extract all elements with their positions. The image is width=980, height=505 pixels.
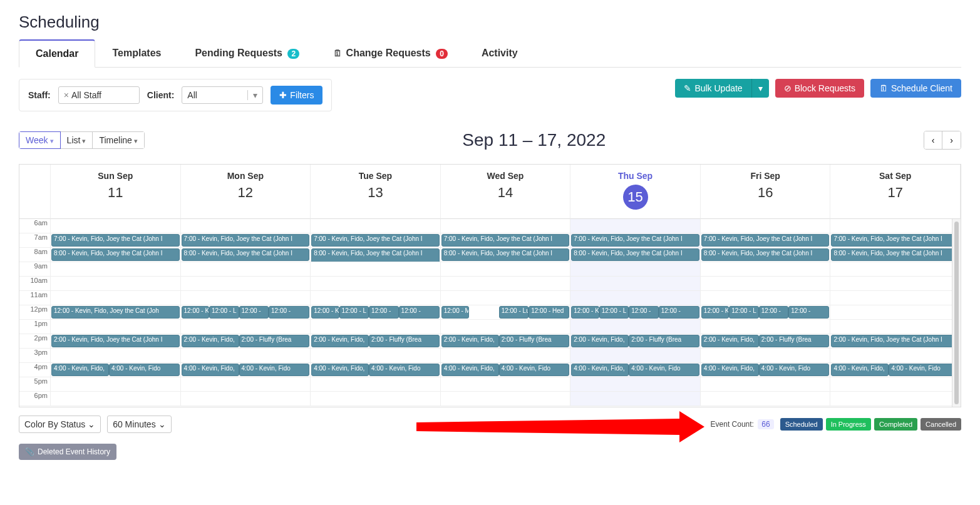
calendar-cell[interactable] (181, 291, 311, 305)
event[interactable]: 12:00 - L (209, 306, 239, 319)
event[interactable]: 12:00 - K (182, 306, 209, 319)
event[interactable]: 12:00 - (399, 306, 440, 319)
event[interactable]: 2:00 - Fluffy (Brea (759, 335, 830, 347)
bulk-update-dropdown[interactable]: ▾ (751, 79, 769, 98)
calendar-cell[interactable] (441, 219, 571, 233)
calendar-cell[interactable]: 8:00 - Kevin, Fido, Joey the Cat (John I (181, 248, 311, 262)
event[interactable]: 4:00 - Kevin, Fido (239, 364, 310, 376)
event[interactable]: 8:00 - Kevin, Fido, Joey the Cat (John I (831, 248, 959, 261)
calendar-cell[interactable]: 4:00 - Kevin, Fido,4:00 - Kevin, Fido (51, 363, 181, 377)
event[interactable]: 4:00 - Kevin, Fido, (441, 364, 499, 376)
calendar-cell[interactable] (570, 349, 701, 363)
calendar-cell[interactable]: 8:00 - Kevin, Fido, Joey the Cat (John I (570, 248, 701, 262)
event[interactable]: 8:00 - Kevin, Fido, Joey the Cat (John I (701, 248, 830, 261)
legend-cancelled[interactable]: Cancelled (921, 418, 961, 431)
calendar-cell[interactable]: 4:00 - Kevin, Fido,4:00 - Kevin, Fido (441, 363, 571, 377)
calendar-cell[interactable] (570, 291, 701, 305)
calendar-cell[interactable]: 2:00 - Kevin, Fido, Joey the Cat (John I (830, 334, 961, 349)
event[interactable]: 2:00 - Fluffy (Brea (629, 335, 699, 347)
calendar-cell[interactable] (181, 349, 311, 363)
calendar-cell[interactable]: 7:00 - Kevin, Fido, Joey the Cat (John I (830, 233, 961, 248)
event[interactable]: 4:00 - Kevin, Fido (759, 364, 830, 376)
calendar-cell[interactable] (181, 219, 311, 233)
calendar-cell[interactable] (701, 349, 831, 363)
calendar-cell[interactable] (51, 262, 181, 277)
staff-select[interactable]: × All Staff (58, 86, 140, 104)
calendar-cell[interactable] (570, 377, 701, 392)
event[interactable]: 2:00 - Kevin, Fido, Joey the Cat (John I (51, 335, 180, 347)
legend-scheduled[interactable]: Scheduled (780, 418, 823, 431)
calendar-cell[interactable] (830, 349, 961, 363)
color-by-select[interactable]: Color By Status ⌄ (19, 416, 101, 433)
event[interactable]: 12:00 - L (729, 306, 759, 319)
event[interactable]: 2:00 - Fluffy (Brea (369, 335, 440, 347)
event[interactable]: 4:00 - Kevin, Fido, (182, 364, 239, 376)
calendar-cell[interactable]: 12:00 - Mar12:00 - Luc12:00 - Hed (441, 305, 571, 320)
calendar-cell[interactable] (830, 320, 961, 334)
event[interactable]: 8:00 - Kevin, Fido, Joey the Cat (John I (182, 248, 310, 261)
day-header[interactable]: Tue Sep13 (311, 165, 441, 219)
calendar-cell[interactable]: 2:00 - Kevin, Fido,2:00 - Fluffy (Brea (441, 334, 571, 349)
calendar-cell[interactable]: 4:00 - Kevin, Fido,4:00 - Kevin, Fido (701, 363, 831, 377)
event[interactable]: 12:00 - Kevin, Fido, Joey the Cat (Joh (51, 306, 180, 319)
tab-pending-requests[interactable]: Pending Requests 2 (178, 39, 316, 67)
schedule-client-button[interactable]: 🗓 Schedule Client (870, 79, 961, 98)
calendar-cell[interactable] (441, 277, 571, 291)
calendar-cell[interactable]: 7:00 - Kevin, Fido, Joey the Cat (John I (441, 233, 571, 248)
calendar-cell[interactable] (51, 320, 181, 334)
event[interactable]: 7:00 - Kevin, Fido, Joey the Cat (John I (311, 234, 440, 247)
calendar-cell[interactable]: 12:00 - K12:00 - L12:00 -12:00 - (570, 305, 701, 320)
calendar-cell[interactable] (51, 277, 181, 291)
calendar-cell[interactable]: 12:00 - Kevin, Fido, Joey the Cat (Joh (51, 305, 181, 320)
calendar-cell[interactable] (311, 320, 441, 334)
calendar-cell[interactable]: 2:00 - Kevin, Fido,2:00 - Fluffy (Brea (181, 334, 311, 349)
event[interactable]: 12:00 - (369, 306, 399, 319)
calendar-cell[interactable]: 12:00 - K12:00 - L12:00 -12:00 - (701, 305, 831, 320)
event[interactable]: 4:00 - Kevin, Fido, (51, 364, 109, 376)
calendar-cell[interactable]: 7:00 - Kevin, Fido, Joey the Cat (John I (701, 233, 831, 248)
calendar-cell[interactable] (570, 277, 701, 291)
event[interactable]: 2:00 - Kevin, Fido, (701, 335, 759, 347)
calendar-cell[interactable] (570, 219, 701, 233)
event[interactable]: 4:00 - Kevin, Fido (499, 364, 570, 376)
event[interactable]: 4:00 - Kevin, Fido, (311, 364, 369, 376)
event[interactable]: 7:00 - Kevin, Fido, Joey the Cat (John I (182, 234, 310, 247)
calendar-cell[interactable] (311, 277, 441, 291)
calendar-cell[interactable]: 12:00 - K12:00 - L12:00 -12:00 - (311, 305, 441, 320)
bulk-update-button[interactable]: ✎ Bulk Update (675, 79, 751, 98)
day-header[interactable]: Fri Sep16 (701, 165, 831, 219)
event[interactable]: 12:00 - Mar (441, 306, 469, 319)
calendar-cell[interactable] (181, 377, 311, 392)
calendar-cell[interactable]: 4:00 - Kevin, Fido,4:00 - Kevin, Fido (570, 363, 701, 377)
event[interactable]: 12:00 - (239, 306, 269, 319)
event[interactable]: 2:00 - Kevin, Fido, (182, 335, 239, 347)
event[interactable]: 2:00 - Kevin, Fido, (571, 335, 629, 347)
prev-button[interactable]: ‹ (924, 131, 942, 149)
view-timeline[interactable]: Timeline (93, 131, 144, 149)
calendar-cell[interactable]: 8:00 - Kevin, Fido, Joey the Cat (John I (51, 248, 181, 262)
calendar-cell[interactable] (830, 305, 961, 320)
calendar-cell[interactable]: 7:00 - Kevin, Fido, Joey the Cat (John I (181, 233, 311, 248)
event[interactable]: 2:00 - Fluffy (Brea (499, 335, 570, 347)
legend-in-progress[interactable]: In Progress (826, 418, 871, 431)
event[interactable]: 2:00 - Kevin, Fido, (311, 335, 369, 347)
calendar-cell[interactable] (181, 392, 311, 406)
calendar-cell[interactable] (830, 219, 961, 233)
event[interactable]: 2:00 - Kevin, Fido, Joey the Cat (John I (831, 335, 959, 347)
day-header[interactable]: Sun Sep11 (51, 165, 181, 219)
event[interactable]: 2:00 - Kevin, Fido, (441, 335, 499, 347)
view-list[interactable]: List (61, 131, 93, 149)
day-header[interactable]: Mon Sep12 (181, 165, 311, 219)
calendar-cell[interactable] (830, 277, 961, 291)
event[interactable]: 4:00 - Kevin, Fido, (701, 364, 759, 376)
next-button[interactable]: › (942, 131, 961, 149)
event[interactable]: 12:00 - (788, 306, 829, 319)
tab-activity[interactable]: Activity (465, 39, 535, 67)
day-header[interactable]: Sat Sep17 (830, 165, 961, 219)
event[interactable]: 8:00 - Kevin, Fido, Joey the Cat (John I (51, 248, 180, 261)
calendar-cell[interactable]: 8:00 - Kevin, Fido, Joey the Cat (John I (830, 248, 961, 262)
calendar-cell[interactable] (701, 377, 831, 392)
calendar-cell[interactable]: 2:00 - Kevin, Fido,2:00 - Fluffy (Brea (701, 334, 831, 349)
calendar-cell[interactable]: 2:00 - Kevin, Fido, Joey the Cat (John I (51, 334, 181, 349)
calendar-cell[interactable]: 7:00 - Kevin, Fido, Joey the Cat (John I (311, 233, 441, 248)
